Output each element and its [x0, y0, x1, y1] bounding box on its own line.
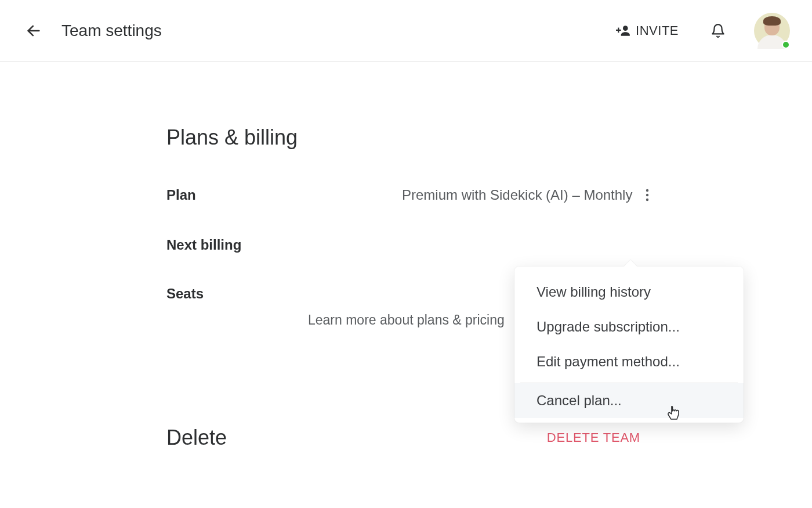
svg-point-6	[646, 199, 648, 201]
notifications-button[interactable]	[706, 19, 730, 42]
main-content: Plans & billing Plan Premium with Sideki…	[0, 62, 812, 450]
svg-point-5	[646, 194, 648, 196]
page-title: Team settings	[61, 21, 162, 40]
svg-rect-3	[616, 29, 621, 30]
bell-icon	[710, 23, 726, 38]
svg-point-1	[623, 26, 628, 31]
avatar[interactable]	[754, 13, 790, 49]
back-button[interactable]	[22, 19, 45, 42]
delete-heading: Delete	[166, 426, 227, 450]
header: Team settings INVITE	[0, 0, 812, 62]
seats-label: Seats	[166, 286, 402, 302]
next-billing-label: Next billing	[166, 237, 402, 253]
menu-item-upgrade[interactable]: Upgrade subscription...	[514, 309, 744, 344]
delete-team-button[interactable]: DELETE TEAM	[547, 430, 640, 445]
svg-point-4	[646, 189, 648, 192]
presence-indicator	[782, 41, 790, 49]
invite-button[interactable]: INVITE	[616, 23, 679, 38]
kebab-icon	[646, 189, 649, 201]
arrow-left-icon	[26, 23, 42, 39]
menu-item-cancel-plan[interactable]: Cancel plan...	[514, 383, 744, 418]
delete-section: Delete DELETE TEAM	[166, 426, 812, 450]
plan-row: Plan Premium with Sidekick (AI) – Monthl…	[166, 186, 812, 204]
plan-menu-button[interactable]	[640, 186, 654, 204]
person-add-icon	[616, 23, 631, 38]
plan-label: Plan	[166, 187, 402, 203]
plan-actions-menu: View billing history Upgrade subscriptio…	[514, 266, 744, 423]
next-billing-row: Next billing	[166, 237, 812, 253]
menu-item-edit-payment[interactable]: Edit payment method...	[514, 344, 744, 379]
plan-value: Premium with Sidekick (AI) – Monthly	[402, 187, 632, 203]
menu-item-billing-history[interactable]: View billing history	[514, 275, 744, 309]
plans-billing-heading: Plans & billing	[166, 125, 812, 150]
invite-label: INVITE	[636, 23, 679, 38]
